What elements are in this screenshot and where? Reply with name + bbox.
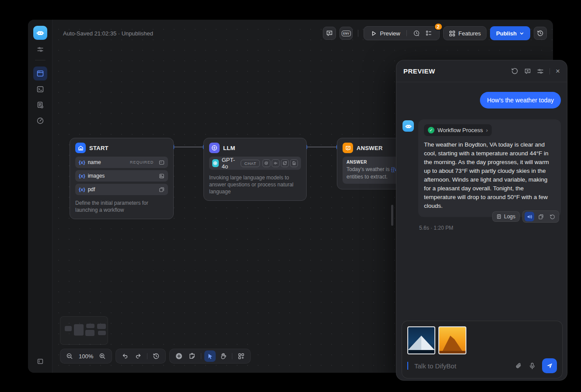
features-button[interactable]: Features — [443, 26, 486, 40]
features-icon — [449, 30, 455, 37]
topbar-divider — [358, 30, 358, 37]
minimap-node — [98, 331, 106, 335]
collapse-sidebar-button[interactable] — [37, 358, 44, 365]
node-llm[interactable]: LLM GPT-4o CHAT Invoking large language … — [203, 138, 307, 201]
change-history-button[interactable] — [150, 350, 162, 362]
hand-icon — [220, 353, 227, 360]
hand-mode-button[interactable] — [217, 350, 229, 362]
regenerate-button[interactable] — [547, 212, 557, 221]
redo-button[interactable] — [133, 350, 144, 362]
run-group-divider — [406, 30, 407, 36]
minimap-node — [97, 324, 106, 329]
bot-message-row: ✓ Workflow Process › The weather in Boyd… — [402, 119, 561, 231]
node-title: LLM — [223, 145, 235, 151]
preview-run-button[interactable]: Preview — [368, 30, 402, 37]
add-node-icon — [175, 352, 183, 360]
canvas-minimap[interactable] — [60, 316, 108, 345]
logs-button[interactable]: Logs — [492, 211, 520, 222]
attachment-thumbnail-mountain-sunset[interactable] — [438, 326, 466, 354]
checklist-badge: 2 — [434, 23, 443, 31]
preview-run-label: Preview — [380, 30, 400, 37]
edge-llm-answer[interactable] — [307, 147, 337, 147]
orchestrate-icon — [36, 70, 44, 77]
play-icon — [371, 31, 377, 36]
bot-message-card: ✓ Workflow Process › The weather in Boyd… — [418, 119, 561, 217]
sidebar-item-logs[interactable] — [33, 98, 47, 112]
app-settings-button[interactable] — [37, 46, 44, 53]
sidebar-item-terminal[interactable] — [33, 82, 47, 96]
speaker-button[interactable] — [525, 212, 534, 221]
image-generation-icon — [281, 159, 289, 167]
note-icon — [189, 353, 196, 360]
add-note-button[interactable] — [186, 350, 198, 362]
sidebar-item-orchestrate[interactable] — [33, 66, 47, 80]
llm-icon — [209, 143, 220, 153]
start-field-images[interactable]: {x} images — [75, 170, 168, 182]
send-icon — [546, 362, 553, 369]
bot-answer-text: The weather in Boydton, VA today is clea… — [424, 140, 555, 210]
llm-model-selector[interactable]: GPT-4o CHAT — [209, 157, 301, 170]
annotation-button[interactable] — [323, 27, 336, 40]
organize-icon — [238, 353, 245, 360]
top-bar: Auto-Saved 21:02:35 · Unpublished ENV Pr… — [52, 20, 553, 47]
canvas-scrollbar[interactable] — [391, 205, 393, 226]
annotation-icon — [326, 30, 333, 37]
preview-settings-icon[interactable] — [537, 68, 544, 75]
zoom-in-button[interactable] — [97, 350, 108, 362]
zoom-level[interactable]: 100% — [77, 353, 95, 360]
annotation-icon[interactable] — [524, 68, 531, 75]
start-field-name[interactable]: {x} name REQUIRED — [75, 157, 168, 168]
logs-icon — [36, 101, 44, 109]
edge-start-llm[interactable] — [174, 147, 203, 147]
sidebar-item-monitoring[interactable] — [33, 114, 47, 128]
sidebar — [28, 20, 52, 373]
publish-button[interactable]: Publish — [490, 26, 530, 40]
app-avatar[interactable] — [33, 26, 47, 40]
history-icon — [153, 353, 160, 360]
preview-header: PREVIEW × — [396, 60, 567, 82]
checklist-button[interactable] — [423, 30, 435, 37]
env-button[interactable]: ENV — [340, 27, 353, 40]
microphone-button[interactable] — [528, 362, 536, 370]
user-message-bubble: How's the weather today — [480, 92, 561, 108]
restart-conversation-button[interactable] — [511, 67, 518, 75]
bot-avatar — [402, 120, 414, 132]
chat-input[interactable] — [414, 362, 509, 370]
message-actions: Logs — [492, 210, 559, 223]
redo-icon — [135, 353, 142, 360]
env-icon: ENV — [342, 31, 351, 36]
sliders-icon — [37, 46, 44, 53]
attach-file-button[interactable] — [515, 362, 522, 370]
checklist-icon — [425, 30, 432, 37]
chat-mode-badge: CHAT — [241, 160, 260, 167]
start-field-pdf[interactable]: {x} pdf — [75, 184, 168, 195]
pointer-mode-button[interactable] — [204, 350, 216, 362]
toolbar-divider — [232, 353, 232, 359]
run-history-button[interactable] — [410, 30, 423, 37]
close-icon[interactable]: × — [556, 67, 560, 75]
image-field-icon — [159, 173, 164, 179]
zoom-out-button[interactable] — [64, 350, 75, 362]
robot-icon — [405, 122, 412, 130]
add-node-button[interactable] — [173, 350, 185, 362]
copy-button[interactable] — [536, 212, 546, 221]
node-start[interactable]: START {x} name REQUIRED {x} images {x} p… — [70, 138, 174, 219]
auto-layout-button[interactable] — [235, 350, 247, 362]
vision-icon — [262, 159, 270, 167]
model-name: GPT-4o — [222, 157, 238, 170]
version-history-button[interactable] — [534, 27, 547, 40]
chevron-down-icon — [519, 31, 524, 36]
variable-icon: {x} — [79, 173, 85, 178]
success-check-icon: ✓ — [428, 127, 434, 133]
workflow-process-label: Workflow Process — [438, 127, 483, 133]
attached-images — [407, 326, 557, 354]
publish-label: Publish — [496, 30, 517, 37]
attachment-thumbnail-mountain-blue[interactable] — [407, 326, 435, 354]
logs-label: Logs — [504, 214, 515, 220]
preview-panel: PREVIEW × How's the weather today ✓ Work… — [396, 60, 567, 381]
undo-button[interactable] — [119, 350, 131, 362]
preview-title: PREVIEW — [403, 67, 435, 75]
send-button[interactable] — [542, 358, 557, 373]
workflow-process-toggle[interactable]: ✓ Workflow Process › — [424, 124, 492, 136]
toolbar-divider — [201, 353, 201, 359]
